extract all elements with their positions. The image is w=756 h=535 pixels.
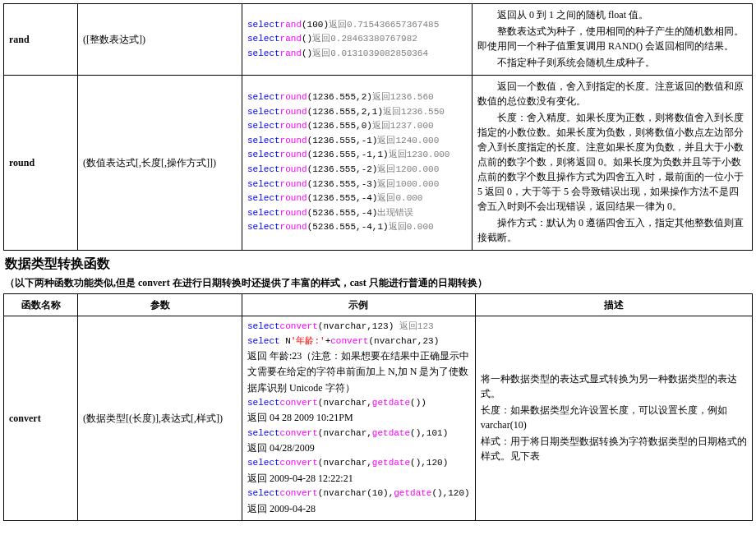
code-line: selectconvert(nvarchar,123) 返回123 bbox=[247, 320, 470, 334]
code-line: selectround(1236.555,-4)返回0.000 bbox=[247, 191, 467, 206]
code-line: selectround(1236.555,-1)返回1240.000 bbox=[247, 134, 467, 149]
code-line: selectrand()返回0.28463380767982 bbox=[247, 32, 467, 47]
func-params: (数值表达式[,长度[,操作方式]]) bbox=[78, 76, 242, 251]
desc-paragraph: 长度：如果数据类型允许设置长度，可以设置长度，例如 varchar(10) bbox=[481, 403, 747, 432]
code-line: selectround(1236.555,-1,1)返回1230.000 bbox=[247, 148, 467, 163]
code-line: 返回 2009-04-28 bbox=[247, 501, 470, 517]
code-line: selectround(1236.555,0)返回1237.000 bbox=[247, 119, 467, 134]
func-example: selectround(1236.555,2)返回1236.560selectr… bbox=[242, 76, 472, 251]
desc-paragraph: 返回从 0 到 1 之间的随机 float 值。 bbox=[477, 7, 747, 22]
func-name: rand bbox=[4, 4, 78, 76]
desc-paragraph: 不指定种子则系统会随机生成种子。 bbox=[477, 55, 747, 70]
desc-paragraph: 样式：用于将日期类型数据转换为字符数据类型的日期格式的样式。见下表 bbox=[481, 434, 747, 464]
code-line: selectround(1236.555,2,1)返回1236.550 bbox=[247, 105, 467, 120]
func-example: selectrand(100)返回0.715436657367485select… bbox=[242, 4, 472, 76]
code-line: 返回 2009-04-28 12:22:21 bbox=[247, 471, 470, 487]
header-name: 函数名称 bbox=[4, 294, 78, 316]
func-params: ([整数表达式]) bbox=[78, 4, 242, 76]
code-line: selectround(1236.555,2)返回1236.560 bbox=[247, 90, 467, 105]
code-line: selectround(5236.555,-4,1)返回0.000 bbox=[247, 220, 467, 235]
func-example: selectconvert(nvarchar,123) 返回123select … bbox=[242, 316, 476, 521]
code-line: 返回 年龄:23（注意：如果想要在结果中正确显示中文需要在给定的字符串前面加上 … bbox=[247, 348, 470, 396]
code-line: selectrand(100)返回0.715436657367485 bbox=[247, 18, 467, 33]
code-line: selectrand()返回0.0131039082850364 bbox=[247, 47, 467, 62]
header-example: 示例 bbox=[242, 294, 476, 316]
code-line: selectconvert(nvarchar(10),getdate(),120… bbox=[247, 487, 470, 501]
code-line: 返回 04/28/2009 bbox=[247, 440, 470, 456]
func-params: (数据类型[(长度)],表达式[,样式]) bbox=[78, 316, 242, 521]
desc-paragraph: 返回一个数值，舍入到指定的长度。注意返回的数值和原数值的总位数没有变化。 bbox=[477, 79, 747, 108]
header-params: 参数 bbox=[78, 294, 242, 316]
code-line: 返回 04 28 2009 10:21PM bbox=[247, 410, 470, 426]
functions-table-1: rand([整数表达式])selectrand(100)返回0.71543665… bbox=[3, 3, 753, 251]
functions-table-2: 函数名称 参数 示例 描述 convert (数据类型[(长度)],表达式[,样… bbox=[3, 293, 753, 521]
code-line: selectconvert(nvarchar,getdate()) bbox=[247, 396, 470, 411]
func-desc: 返回一个数值，舍入到指定的长度。注意返回的数值和原数值的总位数没有变化。 长度：… bbox=[472, 76, 753, 251]
desc-paragraph: 整数表达式为种子，使用相同的种子产生的随机数相同。即使用同一个种子值重复调用 R… bbox=[477, 24, 747, 53]
func-name: convert bbox=[4, 316, 78, 521]
table-row: convert (数据类型[(长度)],表达式[,样式]) selectconv… bbox=[4, 316, 753, 521]
func-desc: 将一种数据类型的表达式显式转换为另一种数据类型的表达式。长度：如果数据类型允许设… bbox=[475, 316, 752, 521]
section-title: 数据类型转换函数 bbox=[5, 256, 753, 273]
func-desc: 返回从 0 到 1 之间的随机 float 值。 整数表达式为种子，使用相同的种… bbox=[472, 4, 753, 76]
code-line: select N'年龄:'+convert(nvarchar,23) bbox=[247, 334, 470, 349]
desc-paragraph: 操作方式：默认为 0 遵循四舍五入，指定其他整数值则直接截断。 bbox=[477, 215, 747, 245]
code-line: selectround(1236.555,-2)返回1200.000 bbox=[247, 163, 467, 178]
desc-paragraph: 将一种数据类型的表达式显式转换为另一种数据类型的表达式。 bbox=[481, 371, 747, 401]
code-line: selectconvert(nvarchar,getdate(),120) bbox=[247, 456, 470, 471]
func-name: round bbox=[4, 76, 78, 251]
section-subtitle: （以下两种函数功能类似,但是 convert 在进行日期转换时还提供了丰富的样式… bbox=[5, 276, 753, 290]
table-row: rand([整数表达式])selectrand(100)返回0.71543665… bbox=[4, 4, 753, 76]
code-line: selectround(5236.555,-4)出现错误 bbox=[247, 206, 467, 221]
code-line: selectconvert(nvarchar,getdate(),101) bbox=[247, 427, 470, 441]
header-desc: 描述 bbox=[475, 294, 752, 316]
desc-paragraph: 长度：舍入精度。如果长度为正数，则将数值舍入到长度指定的小数位数。如果长度为负数… bbox=[477, 110, 747, 214]
table-row: round(数值表达式[,长度[,操作方式]])selectround(1236… bbox=[4, 76, 753, 251]
code-line: selectround(1236.555,-3)返回1000.000 bbox=[247, 178, 467, 192]
